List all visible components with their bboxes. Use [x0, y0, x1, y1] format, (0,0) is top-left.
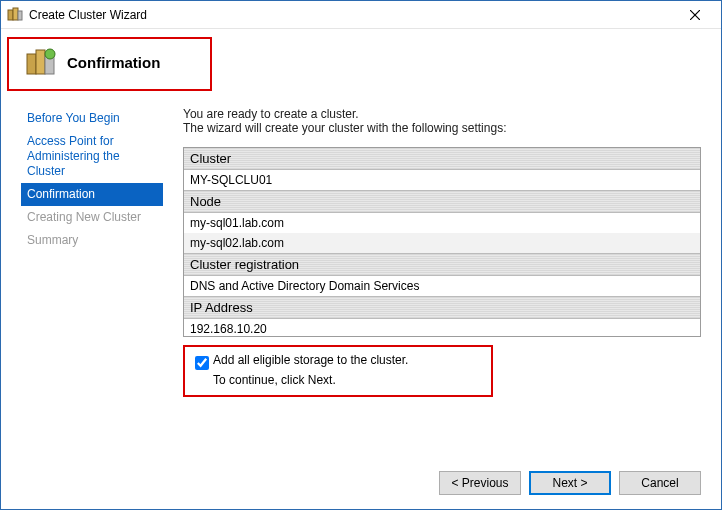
grid-heading-ip-address: IP Address — [184, 296, 700, 319]
grid-row: my-sql01.lab.com — [184, 213, 700, 233]
grid-row: my-sql02.lab.com — [184, 233, 700, 253]
cluster-icon — [25, 46, 57, 78]
step-access-point[interactable]: Access Point for Administering the Clust… — [21, 130, 163, 183]
svg-rect-5 — [27, 54, 36, 74]
intro-line-2: The wizard will create your cluster with… — [183, 121, 701, 135]
cancel-button[interactable]: Cancel — [619, 471, 701, 495]
titlebar: Create Cluster Wizard — [1, 1, 721, 29]
main-panel: You are ready to create a cluster. The w… — [183, 89, 701, 451]
previous-button[interactable]: < Previous — [439, 471, 521, 495]
settings-grid[interactable]: Cluster MY-SQLCLU01 Node my-sql01.lab.co… — [183, 147, 701, 337]
add-storage-label: Add all eligible storage to the cluster. — [213, 353, 485, 367]
create-cluster-wizard-window: Create Cluster Wizard Confirmation Befor… — [0, 0, 722, 510]
svg-rect-1 — [13, 8, 18, 20]
close-icon — [690, 10, 700, 20]
step-before-you-begin[interactable]: Before You Begin — [21, 107, 163, 130]
intro-line-1: You are ready to create a cluster. — [183, 107, 701, 121]
svg-rect-0 — [8, 10, 13, 20]
next-button[interactable]: Next > — [529, 471, 611, 495]
wizard-buttons: < Previous Next > Cancel — [439, 471, 701, 495]
grid-row: 192.168.10.20 — [184, 319, 700, 337]
step-summary: Summary — [21, 229, 163, 252]
cluster-icon — [7, 7, 23, 23]
page-title: Confirmation — [67, 54, 160, 71]
step-creating-new-cluster: Creating New Cluster — [21, 206, 163, 229]
footer-block: Add all eligible storage to the cluster.… — [183, 345, 493, 397]
wizard-steps-sidebar: Before You Begin Access Point for Admini… — [21, 89, 163, 451]
svg-point-8 — [45, 49, 55, 59]
continue-hint: To continue, click Next. — [213, 373, 485, 387]
grid-row: MY-SQLCLU01 — [184, 170, 700, 190]
window-title: Create Cluster Wizard — [29, 8, 675, 22]
add-storage-checkbox[interactable] — [195, 356, 209, 370]
page-header: Confirmation — [7, 37, 212, 91]
grid-heading-node: Node — [184, 190, 700, 213]
step-confirmation[interactable]: Confirmation — [21, 183, 163, 206]
grid-heading-cluster: Cluster — [184, 148, 700, 170]
svg-rect-2 — [18, 11, 22, 20]
svg-rect-6 — [36, 50, 45, 74]
close-button[interactable] — [675, 1, 715, 28]
grid-row: DNS and Active Directory Domain Services — [184, 276, 700, 296]
grid-heading-cluster-registration: Cluster registration — [184, 253, 700, 276]
